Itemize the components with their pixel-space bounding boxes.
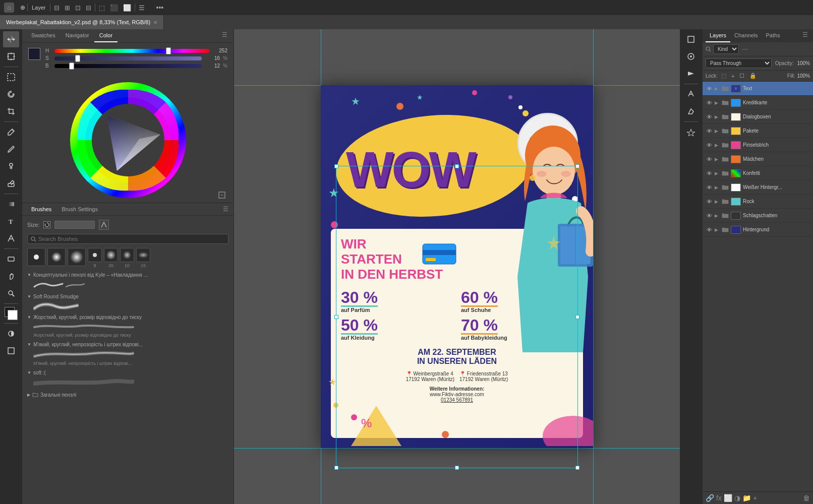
eraser-tool[interactable] (3, 175, 19, 192)
brush-preset-9[interactable]: 9 (88, 248, 102, 268)
hue-value[interactable]: 252 (212, 48, 227, 53)
color-wheel[interactable] (68, 80, 189, 201)
layer-item-kreditkarte[interactable]: 👁 ▶ Kreditkarte (703, 96, 813, 110)
brush-preset-3[interactable] (68, 248, 86, 268)
brightness-slider[interactable] (54, 64, 202, 68)
brush-cat-header-5[interactable]: ▼ soft :( (27, 369, 228, 376)
expand-kreditkarte[interactable]: ▶ (715, 100, 720, 105)
expand-text[interactable]: ▶ (715, 86, 720, 91)
vis-icon-rock[interactable]: 👁 (706, 199, 713, 205)
expand-konfetti[interactable]: ▶ (715, 171, 720, 176)
color-picker[interactable] (4, 307, 19, 320)
align-icon1[interactable]: ⊟ (52, 4, 61, 12)
dist-icon2[interactable]: ⬛ (108, 4, 120, 12)
handle-bl[interactable] (334, 466, 338, 470)
layer-item-weisser[interactable]: 👁 ▶ Weißer Hintergr... (703, 180, 813, 195)
layers-options-icon[interactable]: ☰ (800, 29, 810, 42)
layers-tab[interactable]: Layers (706, 29, 730, 42)
layer-item-pakete[interactable]: 👁 ▶ Pakete (703, 124, 813, 138)
expand-hintergrund[interactable]: ▶ (715, 227, 720, 232)
expand-schlagschatten[interactable]: ▶ (715, 213, 720, 218)
right-tool-5[interactable] (683, 103, 699, 119)
layer-item-text[interactable]: 👁 ▶ T Text (703, 82, 813, 96)
lock-all-icon[interactable]: 🔒 (748, 73, 758, 79)
artboard-tool[interactable] (3, 48, 19, 65)
expand-pakete[interactable]: ▶ (715, 129, 720, 134)
lock-pixel-icon[interactable]: ⬚ (720, 73, 728, 79)
crop-tool[interactable] (3, 103, 19, 119)
vis-icon-kreditkarte[interactable]: 👁 (706, 100, 713, 106)
move-tool-icon[interactable]: ⊕ (20, 4, 25, 11)
text-tool[interactable]: T (3, 213, 19, 229)
align-icon3[interactable]: ⊡ (74, 4, 82, 12)
more-options[interactable]: ••• (156, 4, 164, 12)
brush-cat-header-4[interactable]: ▼ М'який, круглий, непрозорість і штрих … (27, 341, 228, 348)
brush-preset-10[interactable]: 10 (120, 248, 134, 268)
dist-icon3[interactable]: ⬜ (122, 4, 133, 12)
brush-settings-tab[interactable]: Brush Settings (56, 203, 103, 215)
color-preview[interactable] (28, 48, 40, 60)
tab-main[interactable]: Werbeplakat_Rabattaktion_v2.psd @ 8,33% … (0, 15, 164, 29)
add-link-icon[interactable]: 🔗 (706, 494, 714, 502)
lasso-tool[interactable] (3, 86, 19, 102)
expand-madchen[interactable]: ▶ (715, 157, 720, 162)
layer-item-schlagschatten[interactable]: 👁 ▶ Schlagschatten (703, 209, 813, 223)
right-tool-3[interactable] (683, 66, 699, 82)
vis-icon-text[interactable]: 👁 (706, 86, 713, 92)
handle-br[interactable] (575, 466, 579, 470)
brush-reset-icon[interactable] (43, 221, 50, 228)
color-panel-expand[interactable] (218, 192, 225, 201)
home-icon[interactable]: ⌂ (4, 3, 14, 13)
pen-tool[interactable] (3, 230, 19, 246)
align-icon2[interactable]: ⊞ (63, 4, 72, 12)
layer-item-hintergrund[interactable]: 👁 ▶ Hintergrund (703, 223, 813, 237)
brushes-options-icon[interactable]: ☰ (222, 204, 229, 215)
tab-close[interactable]: ✕ (153, 20, 157, 25)
vis-icon-dialogboxen[interactable]: 👁 (706, 114, 713, 120)
brush-cat-header-1[interactable]: ▼ Концептуальні і пензлі від Kyle – «Нак… (27, 271, 228, 279)
sat-value[interactable]: 16 (205, 55, 220, 61)
more-icon[interactable]: ☰ (137, 4, 146, 12)
hue-slider[interactable] (54, 49, 209, 53)
layer-item-rock[interactable]: 👁 ▶ Rock (703, 195, 813, 209)
panel-options-icon[interactable]: ☰ (220, 29, 229, 42)
zoom-tool[interactable] (3, 285, 19, 301)
expand-dialogboxen[interactable]: ▶ (715, 114, 720, 119)
shape-tool[interactable] (3, 251, 19, 267)
blend-mode-select[interactable]: Pass Through (706, 58, 772, 68)
paths-tab[interactable]: Paths (762, 29, 784, 42)
dist-icon1[interactable]: ⬚ (97, 4, 106, 12)
navigator-tab[interactable]: Navigator (61, 29, 94, 42)
sat-thumb[interactable] (75, 55, 80, 62)
layer-item-madchen[interactable]: 👁 ▶ Mädchen (703, 152, 813, 166)
move-tool[interactable] (3, 31, 19, 47)
right-tool-4[interactable] (683, 86, 699, 102)
quick-mask-tool[interactable] (3, 326, 19, 342)
vis-icon-schlagschatten[interactable]: 👁 (706, 213, 713, 219)
lock-artboard-icon[interactable]: ☐ (738, 73, 746, 79)
brushes-tab[interactable]: Brushes (26, 203, 56, 215)
expand-weisser[interactable]: ▶ (715, 185, 720, 190)
expand-pinselstrich[interactable]: ▶ (715, 143, 720, 148)
saturation-slider[interactable] (54, 56, 202, 60)
align-icon4[interactable]: ⊟ (84, 4, 93, 12)
brush-search-input[interactable] (38, 236, 109, 242)
brush-preview-icon[interactable] (99, 220, 109, 230)
layer-item-pinselstrich[interactable]: 👁 ▶ Pinselstrich (703, 138, 813, 152)
add-folder-icon[interactable]: 📁 (742, 494, 751, 502)
vis-icon-pinselstrich[interactable]: 👁 (706, 142, 713, 148)
add-fx-icon[interactable]: fx (716, 494, 722, 502)
add-mask-icon[interactable]: ⬜ (724, 494, 732, 502)
brush-preset-2[interactable] (47, 248, 66, 268)
handle-bm[interactable] (455, 466, 459, 470)
brush-cat-header-6[interactable]: ▶ Загальні пензлі (27, 391, 228, 399)
hand-tool[interactable] (3, 268, 19, 284)
brush-cat-header-2[interactable]: ▼ Soft Round Smudge (27, 293, 228, 300)
right-tool-1[interactable] (683, 31, 699, 47)
lock-position-icon[interactable]: + (730, 73, 736, 79)
right-tool-2[interactable] (683, 48, 699, 65)
marquee-tool[interactable] (3, 69, 19, 85)
brush-preset-15[interactable]: 15 (136, 248, 150, 268)
gradient-tool[interactable] (3, 196, 19, 212)
layer-item-konfetti[interactable]: 👁 ▶ Konfetti (703, 166, 813, 180)
